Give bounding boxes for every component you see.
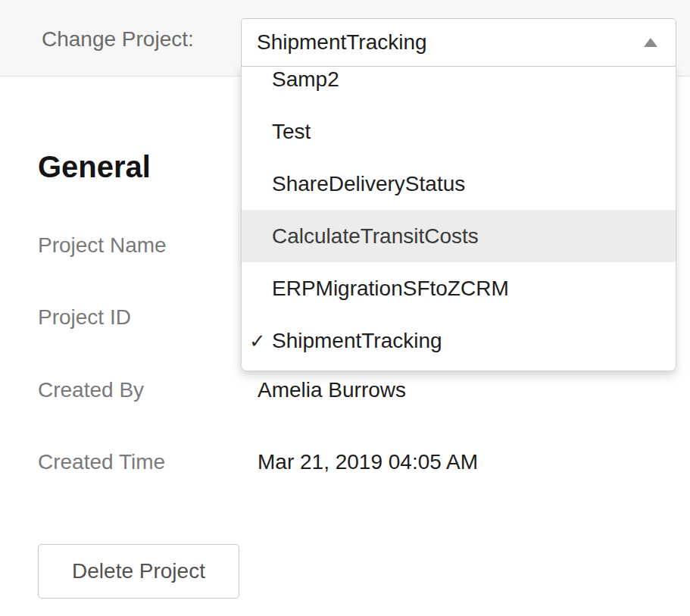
dropdown-item[interactable]: ShareDeliveryStatus — [242, 158, 676, 210]
field-row-created-time: Created Time Mar 21, 2019 04:05 AM — [38, 449, 690, 476]
created-time-label: Created Time — [38, 450, 165, 474]
dropdown-item[interactable]: CalculateTransitCosts — [242, 210, 676, 262]
project-name-label: Project Name — [38, 233, 167, 257]
caret-up-icon — [644, 38, 657, 47]
project-id-label: Project ID — [38, 305, 131, 329]
dropdown-item-label: ShareDeliveryStatus — [272, 172, 465, 196]
field-row-created-by: Created By Amelia Burrows — [38, 377, 690, 404]
dropdown-item-label: Test — [272, 120, 311, 144]
general-section-title: General — [38, 149, 151, 185]
check-icon: ✓ — [249, 329, 266, 352]
created-by-value: Amelia Burrows — [258, 377, 406, 404]
dropdown-item[interactable]: Test — [242, 105, 676, 158]
created-by-label: Created By — [38, 378, 144, 402]
dropdown-item-label: Samp2 — [272, 67, 339, 92]
created-time-value: Mar 21, 2019 04:05 AM — [258, 449, 478, 476]
change-project-label: Change Project: — [42, 27, 194, 52]
dropdown-item[interactable]: ERPMigrationSFtoZCRM — [242, 262, 676, 314]
dropdown-item-label: CalculateTransitCosts — [272, 224, 479, 249]
project-dropdown: Samp2 Test ShareDeliveryStatus Calculate… — [241, 67, 676, 371]
project-select[interactable]: ShipmentTracking — [241, 18, 676, 67]
dropdown-item[interactable]: ✓ ShipmentTracking — [242, 314, 676, 367]
dropdown-item-label: ShipmentTracking — [272, 329, 442, 353]
dropdown-item[interactable]: Samp2 — [242, 67, 676, 105]
project-dropdown-list: Samp2 Test ShareDeliveryStatus Calculate… — [242, 67, 676, 367]
project-select-value: ShipmentTracking — [257, 19, 427, 66]
dropdown-item-label: ERPMigrationSFtoZCRM — [272, 277, 509, 301]
delete-project-button[interactable]: Delete Project — [38, 544, 239, 599]
